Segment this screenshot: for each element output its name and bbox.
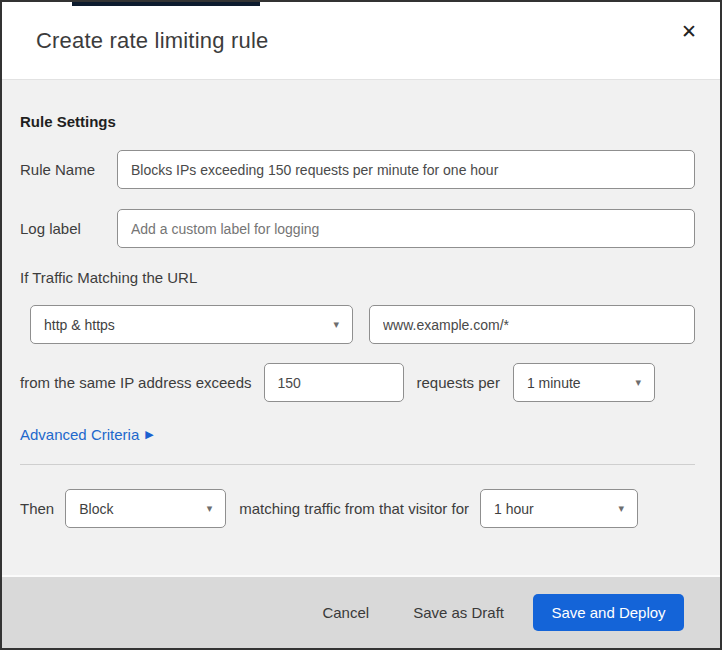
scheme-select-value: http & https	[44, 317, 115, 333]
dialog-title: Create rate limiting rule	[36, 28, 268, 54]
action-select-value: Block	[79, 501, 113, 517]
threshold-row: from the same IP address exceeds request…	[20, 363, 695, 402]
log-label-label: Log label	[20, 220, 117, 237]
url-pattern-input[interactable]	[369, 305, 695, 344]
period-select-value: 1 minute	[527, 375, 581, 391]
advanced-criteria-link[interactable]: Advanced Criteria ▶	[20, 426, 154, 443]
request-count-input[interactable]	[264, 363, 404, 402]
chevron-down-icon: ▾	[207, 503, 213, 514]
duration-select[interactable]: 1 hour ▾	[480, 489, 638, 528]
scheme-select[interactable]: http & https ▾	[30, 305, 353, 344]
advanced-criteria-label: Advanced Criteria	[20, 426, 139, 443]
threshold-text-after: requests per	[417, 374, 500, 391]
create-rate-limiting-rule-dialog: Create rate limiting rule ✕ Rule Setting…	[0, 0, 722, 650]
threshold-text-before: from the same IP address exceeds	[20, 374, 252, 391]
dialog-header: Create rate limiting rule ✕	[2, 2, 720, 80]
chevron-down-icon: ▾	[333, 319, 339, 330]
dialog-body: Rule Settings Rule Name Log label If Tra…	[2, 80, 720, 575]
duration-select-value: 1 hour	[494, 501, 534, 517]
chevron-down-icon: ▾	[635, 377, 641, 388]
close-icon[interactable]: ✕	[676, 18, 702, 44]
background-window-edge	[72, 2, 260, 6]
arrow-right-icon: ▶	[145, 428, 153, 441]
dialog-footer: Cancel Save as Draft Save and Deploy	[2, 575, 720, 648]
section-divider	[20, 464, 695, 465]
rule-name-input[interactable]	[117, 150, 695, 189]
rule-name-label: Rule Name	[20, 161, 117, 178]
action-row: Then Block ▾ matching traffic from that …	[20, 489, 695, 528]
traffic-match-intro: If Traffic Matching the URL	[20, 269, 695, 286]
save-and-deploy-button[interactable]: Save and Deploy	[533, 594, 684, 631]
cancel-button[interactable]: Cancel	[307, 596, 384, 629]
chevron-down-icon: ▾	[618, 503, 624, 514]
action-select[interactable]: Block ▾	[65, 489, 226, 528]
log-label-row: Log label	[20, 209, 695, 248]
period-select[interactable]: 1 minute ▾	[513, 363, 655, 402]
action-middle-text: matching traffic from that visitor for	[239, 500, 469, 517]
save-as-draft-button[interactable]: Save as Draft	[398, 596, 519, 629]
rule-settings-heading: Rule Settings	[20, 113, 695, 130]
log-label-input[interactable]	[117, 209, 695, 248]
then-label: Then	[20, 500, 54, 517]
traffic-match-row: http & https ▾	[20, 305, 695, 344]
rule-name-row: Rule Name	[20, 150, 695, 189]
